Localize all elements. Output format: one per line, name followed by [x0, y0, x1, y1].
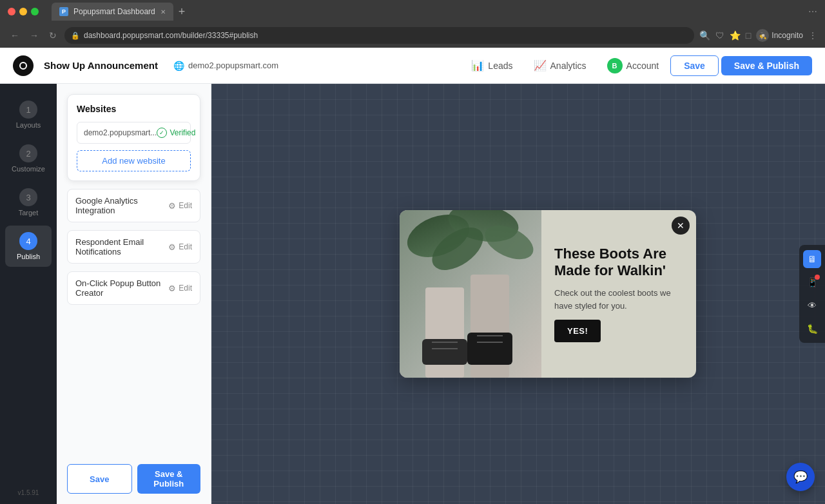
sidebar-item-target[interactable]: 3 Target	[5, 182, 52, 223]
more-options-icon[interactable]: ⋮	[808, 30, 817, 41]
popup-preview: ✕	[400, 210, 696, 378]
step-3-circle: 3	[19, 188, 37, 206]
gear-icon-3: ⚙	[168, 284, 176, 293]
respondent-email-tool[interactable]: Respondent Email Notifications ⚙ Edit	[67, 230, 200, 264]
onclick-popup-label: On-Click Popup Button Creator	[75, 278, 168, 298]
domain-text: demo2.popupsmart.com	[188, 61, 278, 70]
sidebar-label-customize: Customize	[12, 165, 45, 173]
bookmark-icon[interactable]: ⭐	[730, 30, 741, 41]
globe-icon: 🌐	[173, 61, 184, 71]
domain-badge: 🌐 demo2.popupsmart.com	[173, 61, 278, 71]
logo-circle	[19, 62, 27, 70]
sidebar-label-target: Target	[19, 209, 39, 217]
tab-bar: P Popupsmart Dashboard ✕ +	[52, 3, 803, 21]
onclick-popup-edit[interactable]: ⚙ Edit	[168, 284, 192, 293]
main-layout: 1 Layouts 2 Customize 3 Target 4 Publish…	[0, 84, 825, 504]
popup-title: These Boots Are Made for Walkin'	[554, 246, 683, 280]
website-row: demo2.popupsmart... ✓ Verified	[77, 122, 191, 144]
minimize-window-button[interactable]	[19, 8, 27, 15]
mobile-view-button[interactable]: 📱	[803, 273, 821, 291]
app-logo	[13, 55, 34, 76]
nav-actions: 📊 Leads 📈 Analytics B Account Save Save …	[462, 54, 812, 77]
save-button[interactable]: Save	[670, 55, 719, 76]
sidebar-item-layouts[interactable]: 1 Layouts	[5, 94, 52, 135]
edit-label-3: Edit	[179, 284, 192, 293]
respondent-email-label: Respondent Email Notifications	[75, 237, 168, 257]
panel-footer: Save Save & Publish	[67, 464, 200, 494]
chat-icon: 💬	[793, 470, 808, 484]
eye-icon: 👁	[808, 300, 817, 311]
active-tab[interactable]: P Popupsmart Dashboard ✕	[52, 3, 173, 21]
reload-button[interactable]: ↻	[46, 29, 59, 42]
onclick-popup-tool[interactable]: On-Click Popup Button Creator ⚙ Edit	[67, 271, 200, 305]
incognito-button[interactable]: 🕵 Incognito	[756, 29, 803, 42]
new-tab-button[interactable]: +	[179, 5, 186, 19]
search-icon[interactable]: 🔍	[699, 30, 710, 41]
edit-label-1: Edit	[179, 201, 192, 210]
add-website-button[interactable]: Add new website	[77, 150, 191, 171]
close-window-button[interactable]	[8, 8, 15, 15]
shield-icon[interactable]: 🛡	[715, 30, 724, 41]
browser-toolbar: ← → ↻ 🔒 dashboard.popupsmart.com/builder…	[0, 23, 825, 48]
popup-content: These Boots Are Made for Walkin' Check o…	[541, 210, 696, 378]
websites-title: Websites	[77, 104, 191, 114]
right-toolbar: 🖥 📱 👁 🐛	[799, 245, 825, 343]
incognito-label: Incognito	[772, 31, 803, 40]
leads-button[interactable]: 📊 Leads	[462, 55, 521, 75]
chat-button[interactable]: 💬	[786, 463, 815, 491]
popup-description: Check out the coolest boots we have styl…	[554, 287, 683, 312]
tab-title: Popupsmart Dashboard	[73, 7, 155, 16]
gear-icon-2: ⚙	[168, 242, 176, 252]
sidebar-item-customize[interactable]: 2 Customize	[5, 138, 52, 179]
sidebar-item-publish[interactable]: 4 Publish	[5, 226, 52, 267]
toolbar-actions: 🔍 🛡 ⭐ □ 🕵 Incognito ⋮	[699, 29, 817, 42]
sidebar-label-layouts: Layouts	[16, 121, 41, 129]
panel-publish-button[interactable]: Save & Publish	[137, 464, 201, 494]
publish-panel: Websites demo2.popupsmart... ✓ Verified …	[57, 84, 211, 504]
analytics-label: Analytics	[550, 61, 587, 71]
version-label: v1.5.91	[18, 489, 39, 496]
forward-button[interactable]: →	[27, 29, 41, 42]
maximize-window-button[interactable]	[31, 8, 39, 15]
website-name: demo2.popupsmart...	[84, 128, 157, 137]
tab-close-button[interactable]: ✕	[160, 8, 166, 15]
extensions-icon[interactable]: □	[746, 30, 751, 41]
account-initial: B	[612, 62, 617, 70]
analytics-button[interactable]: 📈 Analytics	[525, 55, 596, 75]
sidebar: 1 Layouts 2 Customize 3 Target 4 Publish…	[0, 84, 57, 504]
address-bar[interactable]: 🔒 dashboard.popupsmart.com/builder/33335…	[64, 27, 694, 44]
popup-close-button[interactable]: ✕	[672, 217, 690, 235]
back-button[interactable]: ←	[8, 29, 22, 42]
svg-rect-8	[467, 333, 512, 365]
save-publish-button[interactable]: Save & Publish	[721, 56, 812, 75]
account-button[interactable]: B Account	[598, 54, 668, 77]
browser-window: P Popupsmart Dashboard ✕ + ⋯ ← → ↻ 🔒 das…	[0, 0, 825, 504]
browser-titlebar: P Popupsmart Dashboard ✕ + ⋯	[0, 0, 825, 23]
tab-favicon: P	[59, 7, 68, 16]
edit-label-2: Edit	[179, 242, 192, 251]
account-avatar: B	[607, 58, 623, 73]
popup-cta-button[interactable]: YES!	[554, 320, 601, 342]
verified-check-icon: ✓	[157, 128, 167, 138]
top-navigation: Show Up Announcement 🌐 demo2.popupsmart.…	[0, 48, 825, 84]
bug-icon: 🐛	[807, 324, 818, 334]
step-4-circle: 4	[19, 232, 37, 250]
google-analytics-edit[interactable]: ⚙ Edit	[168, 201, 192, 211]
debug-button[interactable]: 🐛	[803, 320, 821, 338]
canvas-area: ✕	[211, 84, 825, 504]
account-label: Account	[626, 61, 659, 71]
verified-label: Verified	[170, 128, 195, 137]
google-analytics-tool[interactable]: Google Analytics Integration ⚙ Edit	[67, 189, 200, 222]
step-1-circle: 1	[19, 101, 37, 119]
desktop-view-button[interactable]: 🖥	[803, 250, 821, 268]
step-2-circle: 2	[19, 144, 37, 162]
analytics-icon: 📈	[534, 59, 547, 72]
respondent-email-edit[interactable]: ⚙ Edit	[168, 242, 192, 252]
leads-icon: 📊	[471, 59, 484, 72]
preview-button[interactable]: 👁	[803, 296, 821, 315]
leads-label: Leads	[488, 61, 512, 71]
incognito-icon: 🕵	[756, 29, 769, 42]
panel-save-button[interactable]: Save	[67, 464, 132, 494]
google-analytics-label: Google Analytics Integration	[75, 196, 168, 215]
url-text: dashboard.popupsmart.com/builder/33335#p…	[84, 31, 258, 40]
